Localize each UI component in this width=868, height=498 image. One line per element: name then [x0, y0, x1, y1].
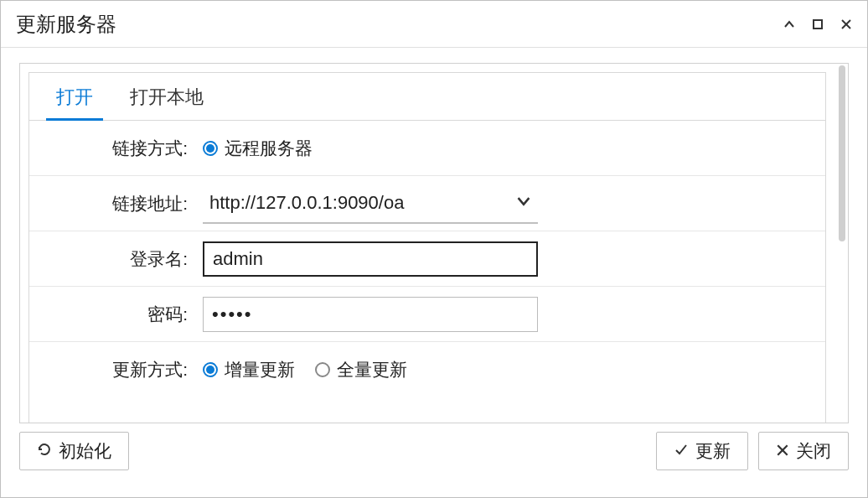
form-panel: 打开 打开本地 链接方式: 远程服务器 链接地 — [28, 72, 826, 423]
close-button[interactable]: 关闭 — [758, 432, 849, 470]
update-server-dialog: 更新服务器 打开 打开本地 — [0, 0, 868, 498]
initialize-label: 初始化 — [59, 439, 111, 463]
collapse-icon[interactable] — [783, 18, 795, 30]
chevron-down-icon — [516, 192, 531, 214]
radio-incremental-label: 增量更新 — [225, 358, 295, 381]
connect-addr-text: http://127.0.0.1:9090/oa — [209, 192, 516, 214]
row-password: 密码: ••••• — [29, 287, 825, 342]
value-password: ••••• — [193, 297, 825, 332]
password-value: ••••• — [212, 303, 253, 325]
button-bar: 初始化 更新 关闭 — [19, 423, 849, 482]
close-label: 关闭 — [796, 439, 831, 463]
maximize-icon[interactable] — [812, 18, 824, 30]
tab-open[interactable]: 打开 — [38, 73, 111, 120]
svg-rect-0 — [814, 20, 822, 29]
radio-remote-server-label: 远程服务器 — [225, 137, 313, 160]
content-frame: 打开 打开本地 链接方式: 远程服务器 链接地 — [19, 63, 849, 423]
label-update-type: 更新方式: — [29, 358, 193, 381]
row-login-name: 登录名: admin — [29, 231, 825, 287]
row-connect-addr: 链接地址: http://127.0.0.1:9090/oa — [29, 176, 825, 231]
window-title: 更新服务器 — [16, 11, 783, 38]
radio-checked-icon — [203, 362, 218, 377]
radio-incremental[interactable]: 增量更新 — [203, 358, 295, 381]
scroll-thumb[interactable] — [839, 65, 845, 241]
form: 链接方式: 远程服务器 链接地址: http://127.0.0 — [29, 121, 825, 423]
refresh-icon — [37, 441, 52, 461]
tab-open-local[interactable]: 打开本地 — [111, 73, 222, 120]
radio-full[interactable]: 全量更新 — [315, 358, 407, 381]
titlebar: 更新服务器 — [1, 1, 867, 48]
row-connect-type: 链接方式: 远程服务器 — [29, 121, 825, 176]
window-controls — [783, 18, 852, 30]
radio-unchecked-icon — [315, 362, 330, 377]
label-login-name: 登录名: — [29, 247, 193, 271]
value-connect-type: 远程服务器 — [193, 137, 825, 160]
label-connect-type: 链接方式: — [29, 137, 193, 160]
value-update-type: 增量更新 全量更新 — [193, 358, 825, 381]
label-password: 密码: — [29, 303, 193, 326]
update-button[interactable]: 更新 — [656, 432, 748, 470]
login-name-value: admin — [213, 248, 263, 270]
update-label: 更新 — [695, 439, 731, 463]
value-connect-addr: http://127.0.0.1:9090/oa — [193, 184, 825, 224]
radio-full-label: 全量更新 — [337, 358, 407, 381]
row-update-type: 更新方式: 增量更新 全量更新 — [29, 342, 825, 397]
value-login-name: admin — [193, 241, 825, 277]
login-name-input[interactable]: admin — [203, 241, 538, 277]
radio-checked-icon — [203, 141, 218, 156]
dialog-body: 打开 打开本地 链接方式: 远程服务器 链接地 — [19, 63, 849, 482]
label-connect-addr: 链接地址: — [29, 192, 193, 215]
check-icon — [674, 441, 689, 461]
close-icon — [776, 441, 789, 461]
close-window-icon[interactable] — [840, 18, 852, 30]
radio-remote-server[interactable]: 远程服务器 — [203, 137, 313, 160]
tab-bar: 打开 打开本地 — [29, 73, 825, 121]
vertical-scrollbar[interactable] — [838, 65, 846, 421]
password-input[interactable]: ••••• — [203, 297, 538, 332]
connect-addr-combo[interactable]: http://127.0.0.1:9090/oa — [203, 184, 538, 224]
initialize-button[interactable]: 初始化 — [19, 432, 129, 470]
